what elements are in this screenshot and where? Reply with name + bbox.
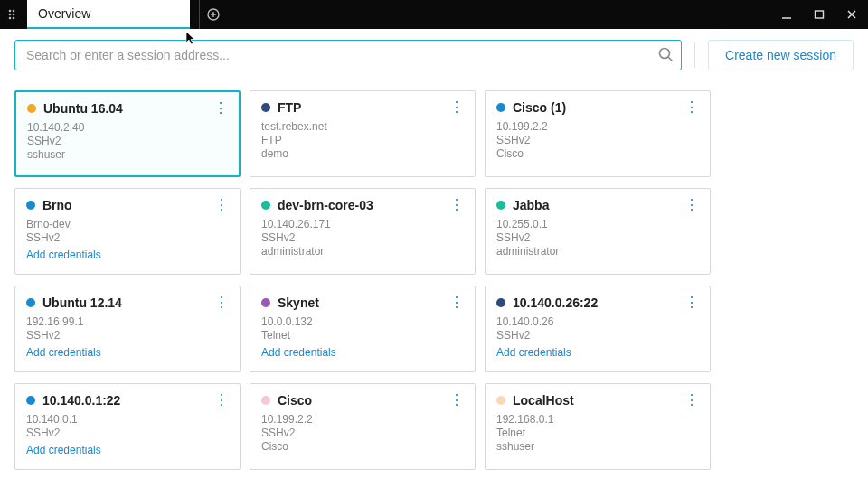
new-tab-button[interactable] <box>199 0 226 29</box>
card-menu-button[interactable]: ⋮ <box>209 294 234 312</box>
status-dot <box>496 298 505 307</box>
status-dot <box>26 298 35 307</box>
card-title: Ubuntu 12.14 <box>42 296 122 310</box>
card-menu-button[interactable]: ⋮ <box>444 294 469 312</box>
session-card[interactable]: Brno⋮Brno-devSSHv2Add credentials <box>14 188 241 275</box>
card-info: 10.140.0.26SSHv2Add credentials <box>496 315 699 359</box>
card-header: Ubuntu 12.14 <box>26 296 229 310</box>
card-info: 192.16.99.1SSHv2Add credentials <box>26 315 229 359</box>
card-title: 10.140.0.1:22 <box>42 393 120 408</box>
add-credentials-link[interactable]: Add credentials <box>26 346 229 359</box>
card-header: Brno <box>26 198 229 212</box>
card-info-line: SSHv2 <box>26 329 229 342</box>
card-info-line: FTP <box>261 134 464 146</box>
card-info-line: sshuser <box>27 148 228 161</box>
status-dot <box>27 104 36 113</box>
status-dot <box>261 396 270 405</box>
card-info-line: 10.140.2.40 <box>27 121 228 134</box>
card-info: Brno-devSSHv2Add credentials <box>26 218 229 261</box>
card-info-line: Cisco <box>496 147 699 160</box>
status-dot <box>496 103 505 112</box>
card-info-line: SSHv2 <box>261 427 464 439</box>
card-info-line: Cisco <box>261 440 464 453</box>
card-menu-button[interactable]: ⋮ <box>679 196 704 214</box>
search-input[interactable] <box>26 48 657 62</box>
close-button[interactable] <box>835 0 868 29</box>
tab-label: Overview <box>38 6 90 21</box>
card-info-line: Brno-dev <box>26 218 229 230</box>
app-menu-button[interactable] <box>0 0 27 29</box>
session-card[interactable]: Ubuntu 12.14⋮192.16.99.1SSHv2Add credent… <box>14 286 241 372</box>
card-info-line: 10.140.26.171 <box>261 218 464 230</box>
card-title: Jabba <box>513 198 549 212</box>
card-info: 10.255.0.1SSHv2administrator <box>496 218 699 258</box>
card-menu-button[interactable]: ⋮ <box>209 391 234 409</box>
card-info-line: 10.140.0.1 <box>26 413 229 426</box>
session-card[interactable]: Skynet⋮10.0.0.132TelnetAdd credentials <box>250 286 476 372</box>
card-info: 192.168.0.1Telnetsshuser <box>496 413 699 453</box>
svg-line-14 <box>668 57 672 61</box>
card-info-line: administrator <box>261 245 464 258</box>
create-session-button[interactable]: Create new session <box>708 40 854 70</box>
session-card[interactable]: LocalHost⋮192.168.0.1Telnetsshuser <box>485 383 711 470</box>
card-info-line: SSHv2 <box>27 135 228 147</box>
card-title: 10.140.0.26:22 <box>513 296 598 310</box>
card-title: Brno <box>42 198 72 212</box>
card-header: LocalHost <box>496 393 699 408</box>
session-card[interactable]: Jabba⋮10.255.0.1SSHv2administrator <box>485 188 711 275</box>
card-info: 10.140.0.1SSHv2Add credentials <box>26 413 229 456</box>
card-header: Cisco <box>261 393 464 408</box>
card-menu-button[interactable]: ⋮ <box>208 99 233 117</box>
session-card[interactable]: FTP⋮test.rebex.netFTPdemo <box>250 90 476 177</box>
card-info-line: test.rebex.net <box>261 120 464 133</box>
session-card[interactable]: Cisco⋮10.199.2.2SSHv2Cisco <box>250 383 476 470</box>
card-menu-button[interactable]: ⋮ <box>444 99 469 117</box>
session-card[interactable]: Ubuntu 16.04⋮10.140.2.40SSHv2sshuser <box>14 90 241 177</box>
status-dot <box>261 103 270 112</box>
add-credentials-link[interactable]: Add credentials <box>26 444 229 456</box>
card-menu-button[interactable]: ⋮ <box>679 391 704 409</box>
card-header: Cisco (1) <box>496 100 699 115</box>
add-credentials-link[interactable]: Add credentials <box>496 346 699 359</box>
card-header: 10.140.0.1:22 <box>26 393 229 408</box>
status-dot <box>261 298 270 307</box>
session-card[interactable]: 10.140.0.26:22⋮10.140.0.26SSHv2Add crede… <box>485 286 711 372</box>
card-title: FTP <box>278 100 301 115</box>
add-credentials-link[interactable]: Add credentials <box>26 249 229 261</box>
card-menu-button[interactable]: ⋮ <box>679 99 704 117</box>
status-dot <box>496 201 505 210</box>
card-info-line: 192.168.0.1 <box>496 413 699 426</box>
card-info-line: 10.0.0.132 <box>261 315 464 328</box>
card-info: 10.140.26.171SSHv2administrator <box>261 218 464 258</box>
card-info-line: SSHv2 <box>496 231 699 244</box>
card-menu-button[interactable]: ⋮ <box>444 391 469 409</box>
svg-point-3 <box>13 10 15 13</box>
add-credentials-link[interactable]: Add credentials <box>261 346 464 359</box>
minimize-button[interactable] <box>770 0 803 29</box>
card-info-line: administrator <box>496 245 699 258</box>
status-dot <box>496 396 505 405</box>
status-dot <box>26 201 35 210</box>
card-title: Cisco <box>278 393 312 408</box>
card-info-line: 10.255.0.1 <box>496 218 699 230</box>
maximize-button[interactable] <box>803 0 835 29</box>
card-header: 10.140.0.26:22 <box>496 296 699 310</box>
search-box[interactable] <box>14 40 682 70</box>
card-info-line: 192.16.99.1 <box>26 315 229 328</box>
card-info-line: 10.199.2.2 <box>261 413 464 426</box>
card-info: 10.199.2.2SSHv2Cisco <box>496 120 699 160</box>
card-info-line: Telnet <box>496 427 699 439</box>
card-title: Ubuntu 16.04 <box>43 101 123 116</box>
card-info-line: SSHv2 <box>496 329 699 342</box>
card-menu-button[interactable]: ⋮ <box>444 196 469 214</box>
card-info: test.rebex.netFTPdemo <box>261 120 464 160</box>
tab-overview[interactable]: Overview <box>27 0 190 29</box>
session-card[interactable]: Cisco (1)⋮10.199.2.2SSHv2Cisco <box>485 90 711 177</box>
card-menu-button[interactable]: ⋮ <box>679 294 704 312</box>
card-header: dev-brn-core-03 <box>261 198 464 212</box>
card-title: Cisco (1) <box>513 100 566 115</box>
session-card[interactable]: dev-brn-core-03⋮10.140.26.171SSHv2admini… <box>250 188 476 275</box>
session-card[interactable]: 10.140.0.1:22⋮10.140.0.1SSHv2Add credent… <box>14 383 241 470</box>
card-header: Jabba <box>496 198 699 212</box>
card-menu-button[interactable]: ⋮ <box>209 196 234 214</box>
